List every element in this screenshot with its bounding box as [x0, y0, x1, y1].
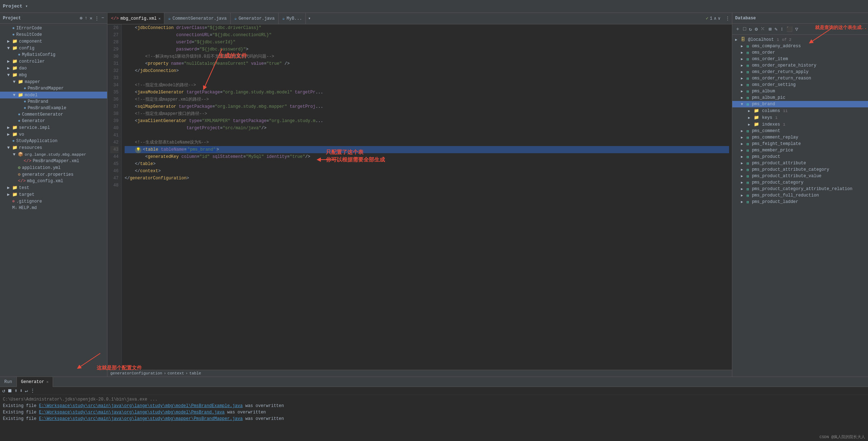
tree-item-test[interactable]: ▶ 📁 test	[0, 184, 107, 191]
tree-item-application-yml[interactable]: ⚙ application.yml	[0, 164, 107, 171]
tab-comment-generator[interactable]: ☕ CommentGenerator.java	[164, 13, 230, 24]
restart-btn[interactable]: ↺	[2, 388, 5, 394]
folder-icon: 📁	[18, 92, 23, 98]
scroll-up-btn[interactable]: ⬆	[14, 388, 17, 394]
db-icon8[interactable]: ↕	[780, 25, 784, 33]
db-pms-album-pic[interactable]: ▶ ⊞ pms_album_pic	[732, 94, 868, 101]
db-icon2[interactable]: □	[742, 25, 747, 33]
db-indexes[interactable]: ▶ 📁 indexes 1	[732, 121, 868, 128]
tree-item-model[interactable]: ▼ 📁 model	[0, 92, 107, 98]
console-suffix: was overwritten	[227, 410, 266, 415]
editor-content[interactable]: 26 27 28 29 30 31 32 33 34 35 36 37 38 3…	[107, 24, 732, 370]
editor-more-btn[interactable]: ⋮	[723, 16, 732, 21]
project-chevron[interactable]: ▾	[25, 4, 28, 9]
db-pms-product[interactable]: ▶ ⊞ pms_product	[732, 154, 868, 160]
db-pms-product-attr-val[interactable]: ▶ ⊞ pms_product_attribute_value	[732, 173, 868, 179]
tab-run[interactable]: Run	[0, 377, 17, 387]
tree-item-pmsbrandexample[interactable]: ● PmsBrandExample	[0, 105, 107, 111]
db-oms-order-operate[interactable]: ▶ ⊞ oms_order_operate_history	[732, 62, 868, 69]
console-link-3[interactable]: E:\Workspace\study\src\main\java\org\lan…	[39, 416, 243, 421]
breadcrumb-part1[interactable]: generatorConfiguration	[110, 371, 162, 375]
tab-generator[interactable]: ☕ Generator.java	[231, 13, 279, 24]
wrap-btn[interactable]: ↵	[25, 388, 28, 394]
db-oms-order-setting[interactable]: ▶ ⊞ oms_order_setting	[732, 82, 868, 88]
tree-item-pmsbrandmapper-xml[interactable]: </> PmsBrandMapper.xml	[0, 158, 107, 164]
scroll-down-btn[interactable]: ⬇	[20, 388, 23, 394]
tree-item-generator-props[interactable]: ⚙ generator.properties	[0, 171, 107, 178]
tree-item-gitignore[interactable]: ⊗ .gitignore	[0, 198, 107, 205]
arrow-up[interactable]: ∧	[714, 16, 717, 21]
tree-item-generator[interactable]: ● Generator	[0, 118, 107, 124]
tree-item-resources[interactable]: ▼ 📁 resources	[0, 144, 107, 151]
arrow-down[interactable]: ∨	[718, 16, 720, 21]
console-link-2[interactable]: E:\Workspace\study\src\main\java\org\lan…	[39, 410, 225, 415]
db-pms-brand[interactable]: ▼ ⊞ pms_brand	[732, 101, 868, 107]
tree-item-pmsbrandmapper[interactable]: ● PmsBrandMapper	[0, 85, 107, 92]
db-pms-member[interactable]: ▶ ⊞ pms_member_price	[732, 147, 868, 154]
tree-item-mbg-config-xml[interactable]: </> mbg_config.xml	[0, 178, 107, 184]
minimize-icon[interactable]: −	[101, 15, 104, 21]
tree-item-mybatisconfig[interactable]: ● MyBatisConfig	[0, 52, 107, 58]
db-oms-order-return-apply[interactable]: ▶ ⊞ oms_order_return_apply	[732, 69, 868, 75]
db-oms-company-address[interactable]: ▶ ⊞ oms_company_address	[732, 43, 868, 49]
more-icon[interactable]: ⋮	[95, 15, 99, 21]
add-icon[interactable]: ⊕	[80, 15, 83, 21]
db-pms-comment[interactable]: ▶ ⊞ pms_comment	[732, 128, 868, 134]
db-refresh-btn[interactable]: ↻	[748, 25, 752, 33]
db-filter-btn[interactable]: ▽	[795, 25, 799, 33]
tree-item-commentgenerator[interactable]: ● CommentGenerator	[0, 111, 107, 118]
tree-item-mapper[interactable]: ▼ 📁 mapper	[0, 78, 107, 85]
tab-generator[interactable]: Generator ✕	[17, 377, 53, 387]
db-pms-comment-replay[interactable]: ▶ ⊞ pms_comment_replay	[732, 134, 868, 141]
db-oms-order-item[interactable]: ▶ ⊞ oms_order_item	[732, 56, 868, 62]
tree-item-dao[interactable]: ▶ 📁 dao	[0, 65, 107, 72]
db-pms-product-attr[interactable]: ▶ ⊞ pms_product_attribute	[732, 160, 868, 166]
tree-item-component[interactable]: ▶ 📁 component	[0, 38, 107, 45]
db-columns[interactable]: ▶ 📁 columns 11	[732, 107, 868, 114]
tree-item-studyapp[interactable]: ● StudyApplication	[0, 138, 107, 144]
db-server-item[interactable]: ▶ 🗄 @localhost 1 of 2	[732, 36, 868, 43]
tree-item-pmsbrand[interactable]: ● PmsBrand	[0, 98, 107, 105]
db-pms-product-full[interactable]: ▶ ⊞ pms_product_full_reduction	[732, 192, 868, 199]
more-btn[interactable]: ⋮	[30, 388, 35, 394]
tree-item-serviceimpl[interactable]: ▶ 📁 service.impl	[0, 124, 107, 131]
db-add-btn[interactable]: ＋	[734, 25, 741, 33]
console-link-1[interactable]: E:\Workspace\study\src\main\java\org\lan…	[39, 403, 243, 408]
db-oms-order[interactable]: ▶ ⊞ oms_order	[732, 49, 868, 56]
tab-label: MyB...	[286, 16, 302, 21]
tree-item-ierrorcode[interactable]: ● IErrorCode	[0, 25, 107, 32]
tree-item-target[interactable]: ▶ 📁 target	[0, 191, 107, 198]
tree-item-helpmd[interactable]: M↓ HELP.md	[0, 205, 107, 211]
db-icon9[interactable]: ⬛	[786, 25, 793, 33]
breadcrumb-part3[interactable]: table	[189, 371, 201, 375]
tree-item-resultcode[interactable]: ● ResultCode	[0, 32, 107, 38]
tree-item-mapper-pkg[interactable]: ▼ 📦 org.lange.study.mbg.mapper	[0, 151, 107, 158]
tab-mbg-config[interactable]: </> mbg_config.xml ✕	[107, 13, 164, 24]
generator-tab-close[interactable]: ✕	[46, 380, 48, 384]
tab-myb[interactable]: ☕ MyB...	[279, 13, 306, 24]
db-edit-btn[interactable]: ✎	[774, 25, 778, 33]
db-pms-product-ladder[interactable]: ▶ ⊞ pms_product_ladder	[732, 199, 868, 205]
up-icon[interactable]: ↑	[85, 15, 88, 21]
tree-item-mbg[interactable]: ▼ 📁 mbg	[0, 72, 107, 78]
db-pms-product-cat-attr[interactable]: ▶ ⊞ pms_product_category_attribute_relat…	[732, 186, 868, 192]
tree-item-config[interactable]: ▼ 📁 config	[0, 45, 107, 52]
tree-item-vo[interactable]: ▶ 📁 vo	[0, 131, 107, 138]
tree-label: service.impl	[19, 125, 50, 130]
db-keys[interactable]: ▶ 📁 keys 1	[732, 114, 868, 121]
tab-more-btn[interactable]: ▾	[306, 16, 313, 21]
tree-item-controller[interactable]: ▶ 📁 controller	[0, 58, 107, 65]
db-icon5[interactable]: ⛌	[760, 25, 766, 33]
breadcrumb-part2[interactable]: context	[168, 371, 184, 375]
db-pms-product-cat[interactable]: ▶ ⊞ pms_product_category	[732, 179, 868, 186]
stop-btn[interactable]: ⏹	[7, 388, 12, 394]
db-settings-btn[interactable]: ⚙	[754, 25, 758, 33]
db-pms-album[interactable]: ▶ ⊞ pms_album	[732, 88, 868, 94]
db-table-btn[interactable]: ⊞	[768, 25, 772, 33]
close-icon[interactable]: ✕	[90, 15, 92, 21]
db-table-icon: ⊞	[747, 102, 749, 107]
db-oms-order-return-reason[interactable]: ▶ ⊞ oms_order_return_reason	[732, 75, 868, 82]
tab-close-btn[interactable]: ✕	[158, 16, 160, 21]
db-pms-product-attr-cat[interactable]: ▶ ⊞ pms_product_attribute_category	[732, 166, 868, 173]
db-pms-feight[interactable]: ▶ ⊞ pms_feight_template	[732, 141, 868, 147]
